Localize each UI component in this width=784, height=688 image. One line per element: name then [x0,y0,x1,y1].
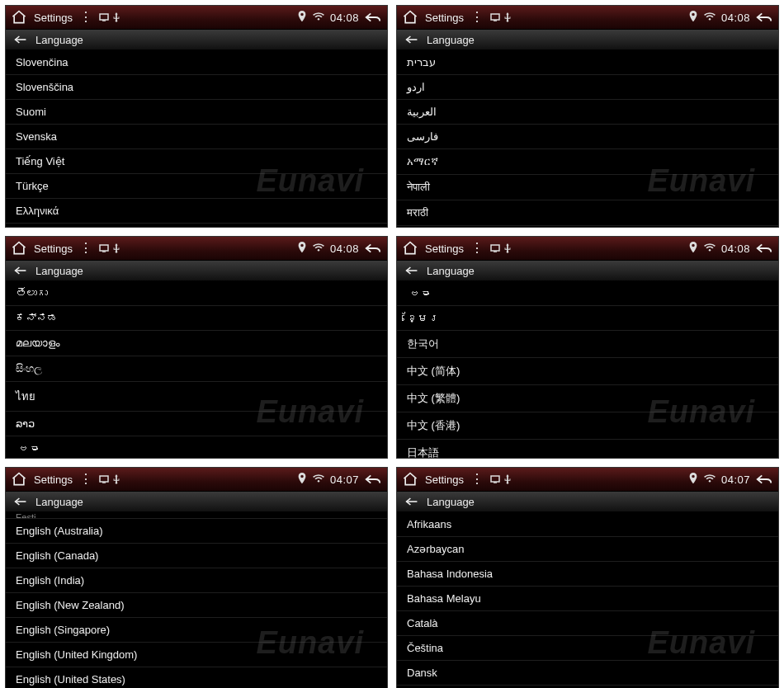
home-icon[interactable] [402,9,418,26]
subheader: Language [397,260,778,281]
list-item[interactable]: Tiếng Việt [6,149,387,174]
list-item[interactable]: English (Singapore) [6,618,387,643]
list-item[interactable]: فارسی [397,125,778,149]
clock: 04:08 [721,12,750,24]
list-item[interactable]: മലയാളം [6,331,387,356]
list-item[interactable]: Azərbaycan [397,537,778,562]
list-item[interactable]: English (United States) [6,667,387,688]
back-arrow-icon[interactable] [405,265,418,276]
list-item[interactable]: 한국어 [397,331,778,358]
back-icon[interactable] [364,241,382,256]
app-title: Settings [34,474,73,486]
list-item[interactable]: ဗမာ [6,436,387,458]
list-item[interactable]: Bahasa Melayu [397,587,778,611]
app-title: Settings [425,474,464,486]
location-icon [297,11,307,25]
list-item[interactable]: اردو [397,75,778,100]
list-item[interactable]: Afrikaans [397,512,778,537]
subheader: Language [6,29,387,50]
overflow-menu-icon[interactable]: ⋮ [79,11,92,24]
list-item[interactable]: 中文 (简体) [397,358,778,385]
list-item[interactable]: नेपाली [397,175,778,200]
list-item[interactable]: 日本語 [397,440,778,458]
subheader-title: Language [35,496,83,508]
settings-panel: Settings⋮04:08Languageతెలుగుಕನ್ನಡമലയാളംස… [5,236,388,459]
wifi-icon [703,243,716,255]
list-item[interactable]: Eesti [6,512,387,519]
list-item[interactable]: English (Canada) [6,544,387,568]
svg-rect-8 [100,476,108,482]
location-icon [688,473,698,487]
list-item[interactable]: English (Australia) [6,519,387,544]
list-item[interactable]: עברית [397,50,778,75]
list-item[interactable]: 中文 (繁體) [397,385,778,412]
list-item[interactable]: English (New Zealand) [6,593,387,618]
home-icon[interactable] [11,9,27,26]
list-item[interactable]: සිංහල [6,356,387,382]
list-item[interactable]: English (India) [6,568,387,593]
list-item[interactable]: Svenska [6,125,387,149]
overflow-menu-icon[interactable]: ⋮ [79,473,92,486]
list-item[interactable]: ລາວ [6,412,387,436]
back-icon[interactable] [364,472,382,487]
home-icon[interactable] [11,471,27,488]
list-item[interactable]: తెలుగు [6,281,387,306]
back-arrow-icon[interactable] [14,265,27,276]
back-arrow-icon[interactable] [405,34,418,45]
svg-point-5 [318,249,319,251]
settings-panel: Settings⋮04:07LanguageEestiEnglish (Aust… [5,467,388,688]
clock: 04:08 [721,243,750,255]
list-item[interactable]: العربية [397,100,778,125]
language-list[interactable]: ဗမာខ្មែរ한국어中文 (简体)中文 (繁體)中文 (香港)日本語 [397,281,778,458]
subheader: Language [6,491,387,512]
location-icon [688,11,698,25]
home-icon[interactable] [402,471,418,488]
list-item[interactable]: Suomi [6,100,387,125]
list-item[interactable]: Català [397,611,778,636]
subheader-title: Language [35,265,83,277]
svg-point-11 [709,480,711,482]
list-item[interactable]: Dansk [397,661,778,686]
clock: 04:08 [330,243,359,255]
list-item[interactable]: मराठी [397,200,778,226]
list-item[interactable]: ဗမာ [397,281,778,306]
back-icon[interactable] [755,241,773,256]
language-list[interactable]: עבריתاردوالعربيةفارسیአማርኛनेपालीमराठी [397,50,778,227]
list-item[interactable]: Slovenščina [6,75,387,100]
clock: 04:07 [721,474,750,486]
clock: 04:08 [330,12,359,24]
language-list[interactable]: SlovenčinaSlovenščinaSuomiSvenskaTiếng V… [6,50,387,227]
list-item[interactable]: English (United Kingdom) [6,643,387,667]
list-item[interactable]: Ελληνικά [6,199,387,224]
language-list[interactable]: AfrikaansAzərbaycanBahasa IndonesiaBahas… [397,512,778,688]
wifi-icon [703,12,716,24]
list-item[interactable]: Türkçe [6,174,387,199]
list-item[interactable]: Bahasa Indonesia [397,562,778,587]
settings-panel: Settings⋮04:07LanguageAfrikaansAzərbayca… [396,467,779,688]
language-list[interactable]: తెలుగుಕನ್ನಡമലയാളംසිංහලไทยລາວဗမာ [6,281,387,458]
back-icon[interactable] [755,10,773,25]
overflow-menu-icon[interactable]: ⋮ [470,11,484,24]
home-icon[interactable] [11,240,27,257]
home-icon[interactable] [402,240,418,257]
back-icon[interactable] [755,472,773,487]
list-item[interactable]: ไทย [6,382,387,412]
list-item[interactable]: Čeština [397,636,778,661]
subheader: Language [397,491,778,512]
back-arrow-icon[interactable] [14,34,27,45]
overflow-menu-icon[interactable]: ⋮ [79,242,92,255]
list-item[interactable]: 中文 (香港) [397,412,778,440]
language-list[interactable]: EestiEnglish (Australia)English (Canada)… [6,512,387,688]
list-item[interactable]: ಕನ್ನಡ [6,306,387,331]
subheader-title: Language [427,34,475,46]
back-arrow-icon[interactable] [14,496,27,507]
list-item[interactable]: Slovenčina [6,50,387,75]
overflow-menu-icon[interactable]: ⋮ [470,473,484,486]
list-item[interactable]: ខ្មែរ [397,306,778,331]
list-item[interactable]: አማርኛ [397,149,778,175]
back-icon[interactable] [364,10,382,25]
svg-rect-6 [491,245,499,251]
back-arrow-icon[interactable] [405,496,418,507]
status-indicators [490,12,512,22]
overflow-menu-icon[interactable]: ⋮ [470,242,484,255]
